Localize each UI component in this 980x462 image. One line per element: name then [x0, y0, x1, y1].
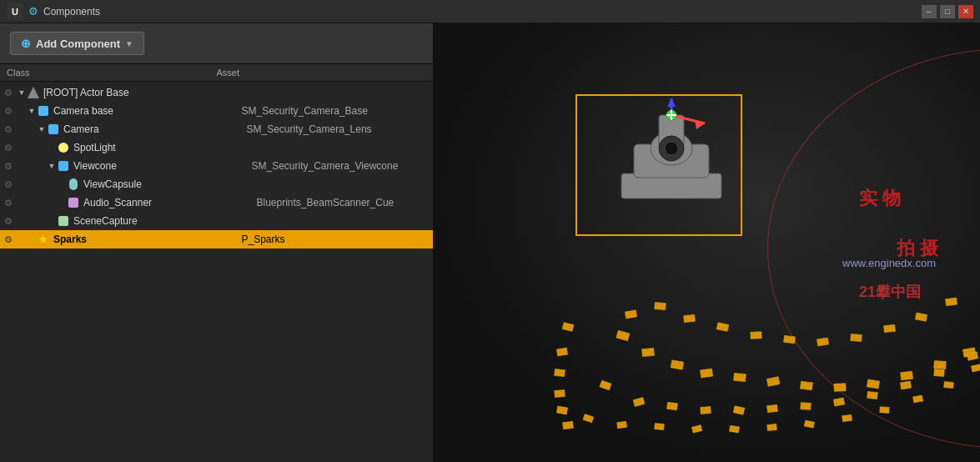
- expand-icon-camera-base[interactable]: ▼: [27, 107, 37, 115]
- row-name-camera: Camera: [63, 123, 244, 135]
- svg-rect-4: [734, 373, 746, 381]
- viewport-panel[interactable]: 实 物 拍 摄 www.enginedx.com 21攀中国: [434, 23, 980, 462]
- svg-rect-0: [616, 330, 630, 340]
- svg-rect-17: [767, 404, 778, 412]
- blueprint-icon: ⚙: [28, 5, 38, 18]
- svg-rect-10: [934, 361, 947, 369]
- row-name-viewcone: Viewcone: [73, 160, 249, 172]
- svg-rect-36: [971, 364, 980, 372]
- camera-model-svg: [588, 98, 755, 232]
- add-icon: ⊕: [21, 37, 31, 50]
- maximize-button[interactable]: □: [940, 5, 955, 18]
- capsule-icon: [67, 178, 80, 191]
- gear-icon-camera: ⚙: [0, 124, 17, 135]
- svg-rect-21: [900, 381, 911, 389]
- svg-rect-22: [934, 369, 945, 376]
- main-layout: ⊕ Add Component ▼ Class Asset ⚙ ▼ [ROOT]…: [0, 23, 980, 462]
- svg-rect-44: [817, 338, 828, 346]
- row-name-viewcapsule: ViewCapsule: [83, 178, 254, 190]
- tree-row-sparks[interactable]: ⚙ Sparks P_Sparks: [0, 230, 433, 249]
- svg-rect-18: [801, 403, 811, 410]
- svg-rect-25: [583, 414, 594, 423]
- tree-row-viewcone[interactable]: ⚙ ▼ Viewcone SM_Security_Camera_Viewcone: [0, 157, 433, 175]
- gear-icon-camera-base: ⚙: [0, 106, 17, 117]
- tree-row-camera[interactable]: ⚙ ▼ Camera SM_Security_Camera_Lens: [0, 120, 433, 138]
- svg-rect-12: [600, 380, 611, 390]
- row-asset-camera: SM_Security_Camera_Lens: [244, 123, 427, 135]
- svg-rect-13: [633, 398, 645, 407]
- close-button[interactable]: ✕: [958, 5, 973, 18]
- row-asset-sparks: P_Sparks: [239, 234, 427, 245]
- svg-rect-40: [684, 314, 696, 322]
- svg-rect-72: [563, 421, 574, 429]
- expand-icon-camera[interactable]: ▼: [37, 125, 47, 133]
- svg-rect-26: [617, 421, 627, 428]
- svg-marker-80: [667, 98, 676, 107]
- tree-row-scenecapture[interactable]: ⚙ SceneCapture: [0, 212, 433, 230]
- expand-icon-viewcapsule: [57, 180, 67, 188]
- svg-rect-15: [701, 407, 711, 414]
- tree-row-viewcapsule[interactable]: ⚙ ViewCapsule: [0, 175, 433, 193]
- row-name-root: [ROOT] Actor Base: [43, 87, 234, 98]
- gear-icon-scenecapture: ⚙: [0, 216, 17, 227]
- title-bar: U ⚙ Components – □ ✕: [0, 0, 980, 23]
- row-name-sparks: Sparks: [53, 234, 239, 245]
- sparks-icon: [37, 233, 50, 246]
- gear-icon-viewcapsule: ⚙: [0, 179, 17, 190]
- svg-rect-35: [944, 381, 954, 388]
- svg-rect-41: [716, 323, 728, 332]
- row-name-spotlight: SpotLight: [73, 142, 249, 153]
- mesh-icon-camera-base: [37, 104, 50, 118]
- gear-icon-viewcone: ⚙: [0, 161, 17, 172]
- left-panel: ⊕ Add Component ▼ Class Asset ⚙ ▼ [ROOT]…: [0, 23, 434, 462]
- title-bar-text: Components: [43, 6, 917, 18]
- svg-rect-28: [691, 425, 701, 433]
- svg-rect-39: [655, 302, 666, 309]
- tree-row-spotlight[interactable]: ⚙ SpotLight: [0, 138, 433, 157]
- mesh-icon-camera: [47, 123, 60, 136]
- row-name-camera-base: Camera base: [53, 105, 239, 117]
- tree-row-audio[interactable]: ⚙ Audio_Scanner Blueprints_BeamScanner_C…: [0, 193, 433, 212]
- component-tree: ⚙ ▼ [ROOT] Actor Base ⚙ ▼ Camera base SM…: [0, 82, 433, 462]
- watermark-url: www.enginedx.com: [842, 257, 936, 269]
- svg-point-78: [665, 142, 678, 155]
- expand-icon-viewcone[interactable]: ▼: [47, 162, 57, 170]
- scene-icon: [57, 214, 70, 228]
- svg-rect-29: [729, 425, 739, 433]
- class-column-header: Class: [7, 68, 217, 78]
- svg-rect-7: [834, 384, 846, 392]
- svg-rect-2: [671, 360, 683, 369]
- svg-rect-9: [901, 371, 913, 379]
- svg-rect-45: [851, 334, 862, 342]
- asset-column-header: Asset: [217, 68, 427, 78]
- actor-icon-root: [27, 86, 40, 99]
- svg-rect-70: [555, 390, 565, 398]
- svg-rect-6: [800, 381, 812, 390]
- svg-rect-31: [804, 420, 814, 428]
- svg-rect-3: [701, 369, 713, 378]
- expand-icon-scenecapture: [47, 217, 57, 225]
- expand-icon-spotlight: [47, 143, 57, 152]
- mesh-icon-viewcone: [57, 159, 70, 173]
- svg-rect-20: [867, 391, 878, 399]
- expand-icon-audio: [57, 198, 67, 207]
- svg-rect-38: [625, 310, 636, 319]
- expand-icon-root[interactable]: ▼: [17, 88, 27, 97]
- gear-icon-sparks: ⚙: [0, 234, 17, 245]
- add-component-bar: ⊕ Add Component ▼: [0, 23, 433, 64]
- tree-row-camera-base[interactable]: ⚙ ▼ Camera base SM_Security_Camera_Base: [0, 102, 433, 120]
- svg-rect-47: [915, 313, 927, 321]
- svg-rect-30: [767, 424, 777, 430]
- svg-rect-27: [655, 424, 665, 430]
- ue-logo: U: [7, 3, 23, 20]
- svg-rect-5: [766, 377, 780, 387]
- add-component-button[interactable]: ⊕ Add Component ▼: [10, 32, 144, 55]
- svg-rect-46: [884, 324, 896, 332]
- row-name-audio: Audio_Scanner: [83, 197, 254, 208]
- minimize-button[interactable]: –: [922, 5, 937, 18]
- svg-rect-48: [946, 298, 957, 306]
- svg-rect-69: [555, 369, 565, 376]
- gear-icon-audio: ⚙: [0, 198, 17, 208]
- tree-row-root[interactable]: ⚙ ▼ [ROOT] Actor Base: [0, 83, 433, 102]
- audio-icon: [67, 196, 80, 209]
